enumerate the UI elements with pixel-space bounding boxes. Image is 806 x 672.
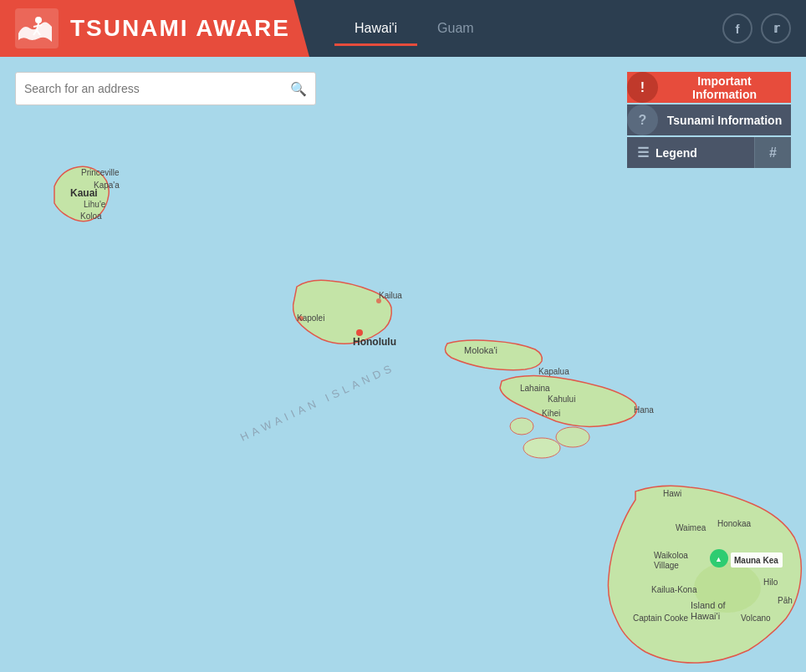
brand: TSUNAMI AWARE xyxy=(0,0,309,57)
svg-text:Moloka'i: Moloka'i xyxy=(464,345,497,355)
svg-text:Hawai'i: Hawai'i xyxy=(691,611,720,621)
svg-point-8 xyxy=(556,427,589,447)
social-icons: f 𝕣 xyxy=(722,13,806,43)
search-input[interactable] xyxy=(24,82,290,95)
svg-text:Waikoloa: Waikoloa xyxy=(654,551,688,560)
svg-text:Mauna Kea: Mauna Kea xyxy=(734,556,778,565)
svg-text:Volcano: Volcano xyxy=(741,613,771,623)
search-icon[interactable]: 🔍 xyxy=(290,81,307,97)
tsunami-information-button[interactable]: ? Tsunami Information xyxy=(627,104,791,135)
svg-text:Hawi: Hawi xyxy=(663,489,681,498)
brand-logo xyxy=(15,8,59,48)
svg-point-1 xyxy=(35,17,42,23)
svg-text:Waimea: Waimea xyxy=(676,523,707,532)
map-container[interactable]: HAWAIIAN ISLANDS Kailua Kapolei Honolulu… xyxy=(0,57,806,672)
nav-item-hawaii[interactable]: Hawai'i xyxy=(334,14,417,43)
svg-text:Kahului: Kahului xyxy=(548,395,575,404)
svg-text:Kailua-Kona: Kailua-Kona xyxy=(651,585,697,594)
tsunami-label: Tsunami Information xyxy=(658,114,791,127)
svg-text:Kihei: Kihei xyxy=(542,409,560,418)
svg-text:Kapalua: Kapalua xyxy=(538,367,569,376)
svg-text:Village: Village xyxy=(654,561,679,570)
svg-text:Princeville: Princeville xyxy=(81,168,120,177)
svg-text:Kailua: Kailua xyxy=(379,291,402,300)
svg-text:Hana: Hana xyxy=(634,405,654,415)
twitter-button[interactable]: 𝕣 xyxy=(761,13,791,43)
svg-text:Kapa'a: Kapa'a xyxy=(94,181,120,190)
tsunami-icon: ? xyxy=(627,104,658,135)
nav-item-guam[interactable]: Guam xyxy=(417,14,494,43)
svg-text:Lahaina: Lahaina xyxy=(520,384,550,393)
svg-text:Honokaa: Honokaa xyxy=(717,519,751,528)
important-icon: ! xyxy=(627,72,658,103)
facebook-button[interactable]: f xyxy=(722,13,752,43)
svg-text:Koloa: Koloa xyxy=(80,211,102,221)
svg-text:Lihu'e: Lihu'e xyxy=(84,200,106,209)
svg-text:Island of: Island of xyxy=(691,600,727,610)
nav: Hawai'i Guam xyxy=(334,14,494,43)
svg-point-9 xyxy=(510,418,533,435)
svg-text:Honolulu: Honolulu xyxy=(353,336,396,348)
legend-button[interactable]: ☰ Legend xyxy=(627,137,754,168)
svg-point-12 xyxy=(356,329,363,336)
search-bar: 🔍 xyxy=(15,72,316,105)
legend-row: ☰ Legend # xyxy=(627,137,791,168)
svg-text:Kapolei: Kapolei xyxy=(297,313,324,323)
header: TSUNAMI AWARE Hawai'i Guam f 𝕣 xyxy=(0,0,806,57)
twitter-icon: 𝕣 xyxy=(773,21,779,36)
important-label: Important Information xyxy=(658,74,791,101)
svg-text:Hilo: Hilo xyxy=(763,578,778,587)
legend-label: Legend xyxy=(656,146,697,160)
svg-point-7 xyxy=(523,438,560,458)
svg-text:Captain Cooke: Captain Cooke xyxy=(633,613,689,623)
hash-button[interactable]: # xyxy=(754,137,791,168)
svg-text:Pāh: Pāh xyxy=(778,596,793,605)
hash-icon: # xyxy=(769,145,777,160)
sidebar-buttons: ! Important Information ? Tsunami Inform… xyxy=(627,72,791,168)
svg-text:▲: ▲ xyxy=(715,555,722,563)
brand-title: TSUNAMI AWARE xyxy=(70,15,290,42)
important-information-button[interactable]: ! Important Information xyxy=(627,72,791,103)
legend-icon: ☰ xyxy=(637,145,649,160)
svg-text:Kauai: Kauai xyxy=(70,187,98,199)
facebook-icon: f xyxy=(736,22,740,36)
